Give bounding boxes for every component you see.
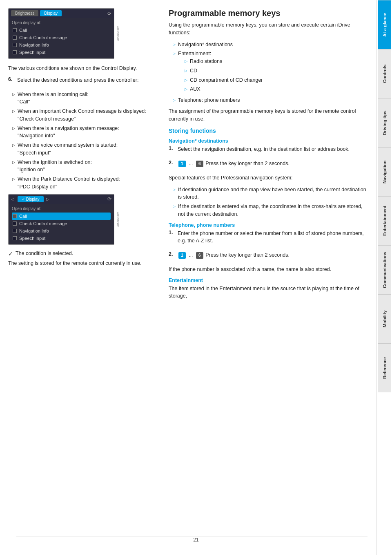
checkmark-note: ✓ The condition is selected. [8, 251, 156, 257]
screen2-tab-display[interactable]: ✓ Display [18, 196, 44, 202]
step-6: 6. Select the desired conditions and pre… [8, 76, 156, 88]
bullet-check-control: ▷ When an important Check Control messag… [12, 107, 156, 123]
nav-step2-number: 2. [169, 160, 175, 172]
entertainment-sub-title: Entertainment [169, 278, 368, 283]
step6-number: 6. [8, 76, 15, 88]
bullet-nav-message-content: When there is a navigation system messag… [18, 125, 119, 140]
features-list: ▷ Navigation* destinations ▷ Entertainme… [173, 41, 368, 104]
left-column: Brightness Display ⟳ Open display at: Ca… [8, 8, 165, 543]
screen1-checkbox-check-control[interactable] [13, 36, 17, 40]
screen2-row-call: Call [12, 213, 111, 220]
triangle-blue-aux: ▷ [185, 87, 187, 93]
name-note: If the phone number is associated with a… [169, 266, 368, 273]
bullet-nav-message: ▷ When there is a navigation system mess… [12, 125, 156, 140]
checkmark-icon: ✓ [8, 251, 13, 257]
nav-destinations-title: Navigation* destinations [169, 138, 368, 144]
main-title: Programmable memory keys [169, 8, 368, 18]
screen1-body: Open display at: Call Check Control mess… [9, 18, 114, 58]
screen1-row-call: Call [12, 27, 111, 34]
bullet-check-control-content: When an important Check Control message … [18, 107, 146, 123]
nav-step1: 1. Select the navigation destination, e.… [169, 145, 368, 157]
screen2-nav-left: ◁ [11, 197, 14, 201]
triangle-blue-special1: ▷ [173, 187, 176, 201]
triangle-icon-call: ▷ [12, 92, 15, 106]
screen1-header: Brightness Display ⟳ [9, 9, 114, 18]
right-column: Programmable memory keys Using the progr… [165, 8, 368, 543]
tel-step2-text: 1 ... 6 Press the key longer than 2 seco… [178, 251, 290, 259]
body-text-conditions: The various conditions are shown on the … [8, 65, 156, 72]
screen1-label: Open display at: [12, 20, 111, 25]
triangle-icon-check-control: ▷ [12, 109, 15, 123]
sub-bullet-radio: ▷ Radio stations [185, 58, 263, 65]
triangle-blue-cd-changer: ▷ [185, 78, 187, 84]
screen2-checkbox-call[interactable] [13, 214, 17, 218]
sidebar-tab-at-a-glance[interactable]: At a glance [378, 0, 391, 49]
sub-bullet-aux: ▷ AUX [185, 85, 263, 93]
triangle-blue-cd: ▷ [185, 68, 187, 75]
tel-step1: 1. Enter the phone number or select the … [169, 230, 368, 249]
triangle-blue-tel: ▷ [173, 98, 176, 104]
screen1-checkbox-nav-info[interactable] [13, 43, 17, 47]
screen1-row-nav-info: Navigation info [12, 41, 111, 49]
bullet-ignition: ▷ When the ignition is switched on: "Ign… [12, 159, 156, 174]
screen2-icon-btn: ⟳ [107, 196, 111, 202]
bullet-pdc: ▷ When the Park Distance Control is disp… [12, 175, 156, 191]
sidebar-tab-communications[interactable]: Communications [378, 245, 391, 294]
triangle-icon-voice: ▷ [12, 143, 15, 157]
triangle-icon-nav-message: ▷ [12, 126, 15, 140]
page-number: 21 [193, 537, 198, 543]
sidebar-tab-navigation[interactable]: Navigation [378, 147, 391, 196]
bullet-voice: ▷ When the voice command system is start… [12, 141, 156, 157]
page-divider [16, 537, 368, 537]
screen1-row-check-control: Check Control message [12, 34, 111, 41]
screen1-tab-display[interactable]: Display [40, 10, 62, 16]
special-bullet-1: ▷ If destination guidance and the map vi… [173, 186, 368, 201]
sidebar-tab-controls[interactable]: Controls [378, 49, 391, 98]
step6-text: Select the desired conditions and press … [17, 76, 138, 84]
triangle-blue-ent: ▷ [173, 51, 176, 95]
nav-step2: 2. 1 ... 6 Press the key longer than 2 s… [169, 160, 368, 172]
screen2-nav-right: ▷ [46, 197, 49, 201]
sidebar-tab-driving-tips[interactable]: Driving tips [378, 98, 391, 147]
sidebar-tab-mobility[interactable]: Mobility [378, 294, 391, 343]
tel-step1-text: Enter the phone number or select the num… [178, 230, 368, 245]
screen2-container: ◁ ✓ Display ▷ ⟳ Open display at: Call [8, 194, 120, 245]
screen1-watermark: 03s44n00en [117, 26, 120, 42]
nav-step1-text: Select the navigation destination, e.g. … [178, 145, 350, 153]
tel-key-badge-6: 6 [196, 252, 203, 259]
tel-step1-number: 1. [169, 230, 175, 249]
bullet-ignition-content: When the ignition is switched on: "Ignit… [18, 159, 92, 174]
screen1-tab-brightness[interactable]: Brightness [11, 10, 38, 16]
screen1-checkbox-call[interactable] [13, 28, 17, 32]
footer-text: The setting is stored for the remote con… [8, 260, 156, 267]
sub-bullet-cd-changer: ▷ CD compartment of CD changer [185, 76, 263, 84]
triangle-blue-nav: ▷ [173, 42, 176, 49]
triangle-icon-ignition: ▷ [12, 160, 15, 174]
sidebar-tab-reference[interactable]: Reference [378, 343, 391, 392]
screen2-checkbox-speech[interactable] [13, 236, 17, 240]
screen2-row-check-control: Check Control message [12, 220, 111, 227]
nav-step2-text: 1 ... 6 Press the key longer than 2 seco… [178, 160, 290, 168]
feature-entertainment-content: Entertainment: ▷ Radio stations ▷ CD [178, 50, 263, 95]
screen2-checkbox-check-control[interactable] [13, 222, 17, 226]
tel-key-badge-1: 1 [178, 252, 186, 259]
key-badge-6: 6 [196, 161, 203, 167]
sidebar-tabs: At a glance Controls Driving tips Naviga… [376, 0, 392, 555]
special-bullets: ▷ If destination guidance and the map vi… [173, 186, 368, 218]
screen2-header: ◁ ✓ Display ▷ ⟳ [9, 195, 114, 204]
key-badge-1: 1 [178, 161, 186, 167]
triangle-icon-pdc: ▷ [12, 177, 15, 191]
entertainment-subbullets: ▷ Radio stations ▷ CD ▷ CD compartment o… [185, 58, 263, 93]
nav-step1-number: 1. [169, 145, 175, 157]
screen1: Brightness Display ⟳ Open display at: Ca… [8, 8, 114, 59]
screen1-checkbox-speech[interactable] [13, 50, 17, 54]
tel-step2: 2. 1 ... 6 Press the key longer than 2 s… [169, 251, 368, 263]
screen2-label: Open display at: [12, 206, 111, 211]
screen2-body: Open display at: Call Check Control mess… [9, 204, 114, 244]
screen2-checkbox-nav-info[interactable] [13, 229, 17, 233]
entertainment-text: The item stored in the Entertainment men… [169, 285, 368, 300]
screen1-row-speech: Speech input [12, 49, 111, 56]
bullet-pdc-content: When the Park Distance Control is displa… [18, 175, 120, 191]
intro-text: Using the programmable memory keys, you … [169, 21, 368, 37]
sidebar-tab-entertainment[interactable]: Entertainment [378, 196, 391, 245]
